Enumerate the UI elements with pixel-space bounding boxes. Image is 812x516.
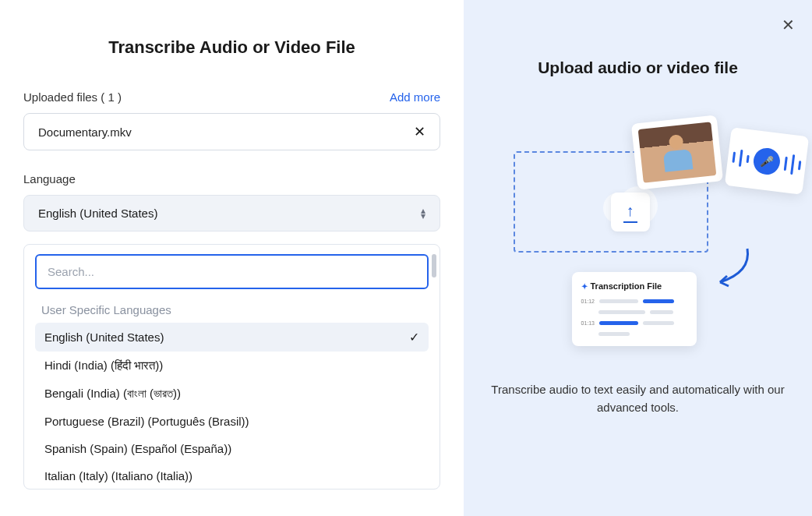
chevron-sort-icon: ▴▾ — [421, 208, 425, 219]
transcription-preview: ✦Transcription File 01:12 01:13 — [572, 272, 697, 346]
language-option-label: Italian (Italy) (Italiano (Italia)) — [44, 469, 192, 482]
language-option-label: Hindi (India) (हिंदी भारत)) — [44, 359, 163, 373]
dialog-title: Transcribe Audio or Video File — [23, 37, 440, 58]
language-option[interactable]: English (United States)✓ — [35, 323, 429, 352]
upload-illustration: ↑ 🎤 ✦Transcription File 01:12 01:13 — [490, 116, 786, 350]
remove-file-icon[interactable]: ✕ — [414, 125, 425, 139]
arrow-icon — [708, 245, 755, 292]
scrollbar[interactable] — [432, 254, 436, 277]
close-icon[interactable]: ✕ — [782, 16, 795, 34]
uploaded-row: Uploaded files ( 1 ) Add more — [23, 90, 440, 104]
language-option[interactable]: Hindi (India) (हिंदी भारत)) — [35, 352, 429, 380]
language-option[interactable]: Bengali (India) (বাংলা (ভারত)) — [35, 380, 429, 408]
right-panel: ✕ Upload audio or video file ↑ 🎤 ✦Transc… — [464, 0, 812, 516]
upload-title: Upload audio or video file — [538, 58, 738, 77]
add-more-link[interactable]: Add more — [390, 90, 440, 104]
upload-description: Transcribe audio to text easily and auto… — [490, 381, 786, 416]
language-dropdown: User Specific Languages English (United … — [23, 244, 440, 489]
language-select[interactable]: English (United States) ▴▾ — [23, 195, 440, 231]
left-panel: Transcribe Audio or Video File Uploaded … — [0, 0, 464, 516]
language-option-label: Bengali (India) (বাংলা (ভারত)) — [44, 387, 181, 401]
language-option-label: Spanish (Spain) (Español (España)) — [44, 442, 231, 455]
video-preview — [630, 115, 722, 189]
language-label: Language — [23, 172, 440, 186]
language-group-label: User Specific Languages — [41, 303, 429, 316]
language-option-label: English (United States) — [44, 330, 164, 344]
selected-language: English (United States) — [38, 207, 157, 220]
uploaded-file: Documentary.mkv ✕ — [23, 113, 440, 150]
file-name: Documentary.mkv — [38, 125, 132, 139]
language-option[interactable]: Spanish (Spain) (Español (España)) — [35, 435, 429, 462]
language-option[interactable]: Italian (Italy) (Italiano (Italia)) — [35, 462, 429, 489]
sparkle-icon: ✦ — [581, 282, 588, 291]
upload-icon: ↑ — [611, 193, 650, 231]
language-search-input[interactable] — [35, 254, 429, 289]
language-option-label: Portuguese (Brazil) (Português (Brasil)) — [44, 415, 249, 428]
check-icon: ✓ — [409, 330, 419, 345]
mic-preview: 🎤 — [724, 127, 808, 195]
language-option[interactable]: Portuguese (Brazil) (Português (Brasil)) — [35, 408, 429, 435]
uploaded-files-label: Uploaded files ( 1 ) — [23, 90, 122, 104]
transcription-card-title: Transcription File — [591, 281, 662, 291]
mic-icon: 🎤 — [752, 147, 782, 176]
